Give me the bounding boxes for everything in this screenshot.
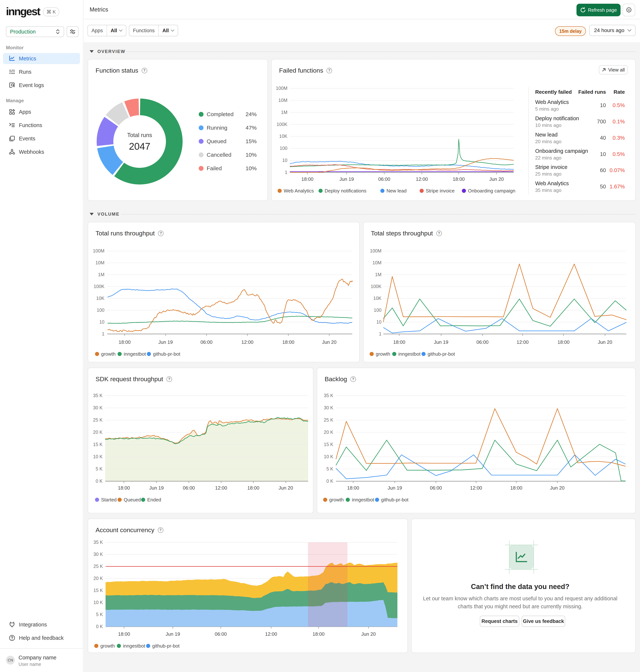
svg-text:35 K: 35 K (93, 540, 103, 545)
svg-text:Jun 19: Jun 19 (165, 631, 180, 637)
svg-text:24%: 24% (246, 111, 257, 117)
svg-text:25 K: 25 K (93, 564, 103, 569)
svg-text:18:00: 18:00 (118, 485, 130, 491)
svg-text:18:00: 18:00 (247, 485, 259, 491)
svg-text:100: 100 (97, 308, 104, 313)
svg-text:5 K: 5 K (96, 612, 103, 617)
svg-text:github-pr-bot: github-pr-bot (381, 497, 408, 502)
svg-text:18:00: 18:00 (347, 485, 359, 491)
svg-text:100K: 100K (371, 284, 382, 289)
svg-text:Deploy notifications: Deploy notifications (325, 188, 366, 194)
svg-text:10K: 10K (373, 296, 382, 301)
svg-text:18:00: 18:00 (453, 176, 465, 182)
svg-text:1: 1 (285, 170, 287, 175)
svg-text:Jun 20: Jun 20 (550, 485, 565, 491)
svg-text:Jun 19: Jun 19 (388, 485, 402, 491)
svg-text:20 K: 20 K (324, 430, 334, 435)
svg-text:New lead: New lead (387, 188, 406, 194)
svg-text:100: 100 (280, 146, 287, 151)
svg-text:10 K: 10 K (324, 454, 334, 459)
svg-text:06:00: 06:00 (430, 485, 442, 491)
svg-text:18:00: 18:00 (312, 631, 324, 637)
svg-text:Total runs: Total runs (127, 132, 152, 138)
svg-text:20 K: 20 K (93, 430, 103, 435)
svg-text:Jun 20: Jun 20 (489, 176, 504, 182)
svg-text:Completed: Completed (207, 111, 234, 117)
svg-text:12:00: 12:00 (517, 339, 528, 345)
svg-text:Running: Running (207, 125, 228, 131)
svg-text:06:00: 06:00 (215, 631, 227, 637)
svg-text:35 K: 35 K (93, 393, 103, 398)
svg-text:10 K: 10 K (93, 454, 103, 459)
svg-text:10 K: 10 K (93, 600, 103, 605)
svg-text:2047: 2047 (129, 141, 150, 152)
svg-text:Queued: Queued (124, 497, 141, 502)
svg-text:Jun 19: Jun 19 (158, 339, 173, 345)
svg-text:Onboarding campaign: Onboarding campaign (468, 188, 515, 194)
svg-text:1M: 1M (281, 110, 287, 115)
svg-text:10K: 10K (96, 296, 105, 301)
svg-text:Jun 20: Jun 20 (278, 485, 293, 491)
svg-text:100M: 100M (276, 86, 287, 91)
svg-text:18:00: 18:00 (393, 339, 405, 345)
svg-text:10M: 10M (373, 260, 381, 265)
svg-text:Failed: Failed (207, 165, 222, 171)
svg-text:inngestbot: inngestbot (398, 351, 421, 357)
svg-text:30 K: 30 K (324, 405, 334, 410)
svg-text:18:00: 18:00 (510, 485, 522, 491)
svg-text:100K: 100K (94, 284, 105, 289)
svg-text:25 K: 25 K (324, 417, 334, 423)
svg-text:0 K: 0 K (326, 478, 333, 484)
svg-text:15 K: 15 K (93, 588, 103, 593)
svg-text:100M: 100M (370, 248, 381, 253)
svg-text:Started: Started (101, 497, 117, 502)
svg-text:10M: 10M (96, 260, 104, 265)
svg-text:Jun 20: Jun 20 (361, 631, 376, 637)
svg-text:12:00: 12:00 (215, 485, 227, 491)
svg-text:18:00: 18:00 (118, 339, 131, 345)
svg-text:5 K: 5 K (326, 466, 333, 471)
svg-text:100K: 100K (277, 122, 288, 127)
svg-text:Queued: Queued (207, 138, 227, 144)
svg-text:18:00: 18:00 (282, 339, 294, 345)
svg-text:inngestbot: inngestbot (123, 643, 145, 649)
svg-text:Web Analytics: Web Analytics (284, 188, 314, 194)
svg-text:Jun 20: Jun 20 (322, 339, 336, 345)
svg-text:15 K: 15 K (93, 442, 103, 447)
svg-text:10: 10 (282, 158, 287, 163)
svg-text:inngestbot: inngestbot (124, 351, 146, 357)
svg-text:18:00: 18:00 (557, 339, 569, 345)
svg-text:15%: 15% (246, 138, 257, 144)
svg-text:10: 10 (99, 319, 104, 325)
svg-text:1: 1 (102, 331, 104, 337)
svg-text:12:00: 12:00 (470, 485, 482, 491)
svg-text:0 K: 0 K (96, 624, 103, 629)
svg-text:18:00: 18:00 (118, 631, 130, 637)
svg-text:12:00: 12:00 (265, 631, 277, 637)
svg-text:Stripe invoice: Stripe invoice (426, 188, 455, 194)
svg-text:12:00: 12:00 (241, 339, 253, 345)
svg-text:growth: growth (376, 351, 390, 357)
svg-text:30 K: 30 K (93, 552, 103, 557)
svg-text:12:00: 12:00 (416, 176, 428, 182)
svg-text:github-pr-bot: github-pr-bot (153, 351, 180, 357)
svg-text:growth: growth (329, 497, 344, 502)
svg-text:Ended: Ended (147, 497, 161, 502)
svg-text:github-pr-bot: github-pr-bot (152, 643, 180, 649)
svg-text:Jun 20: Jun 20 (598, 339, 612, 345)
svg-text:10%: 10% (246, 152, 257, 158)
svg-text:growth: growth (101, 351, 116, 357)
svg-text:0 K: 0 K (96, 478, 103, 484)
svg-text:06:00: 06:00 (477, 339, 489, 345)
svg-text:35 K: 35 K (324, 393, 334, 398)
svg-text:18:00: 18:00 (301, 176, 313, 182)
svg-text:10%: 10% (246, 165, 257, 171)
svg-text:1M: 1M (375, 272, 381, 277)
svg-text:15 K: 15 K (324, 442, 334, 447)
svg-text:inngestbot: inngestbot (352, 497, 374, 502)
svg-text:47%: 47% (246, 125, 257, 131)
svg-text:20 K: 20 K (93, 576, 103, 581)
svg-text:growth: growth (100, 643, 115, 649)
svg-text:1: 1 (379, 331, 381, 337)
svg-text:06:00: 06:00 (378, 176, 390, 182)
